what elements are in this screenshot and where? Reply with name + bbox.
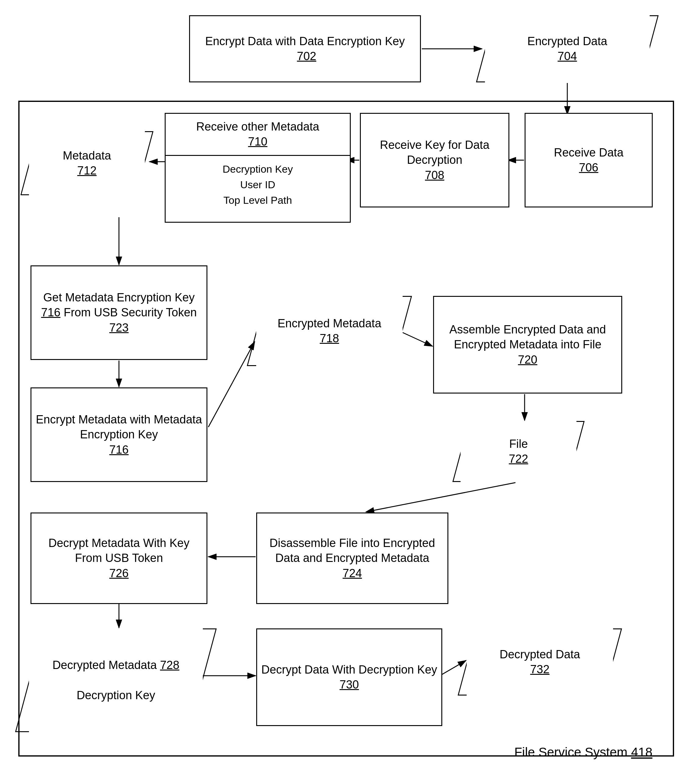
receive-key-label: Receive Key for Data Decryption708: [364, 138, 505, 183]
get-metadata-key-label: Get Metadata Encryption Key 716 From USB…: [35, 290, 204, 335]
decryption-key-info: Decryption KeyUser IDTop Level Path: [166, 156, 350, 214]
diagram: Encrypt Data with Data Encryption Key 70…: [0, 0, 689, 784]
receive-metadata-combined-box: Receive other Metadata710 Decryption Key…: [165, 113, 351, 223]
decrypted-metadata-label: Decrypted Metadata 728Decryption Key: [53, 658, 179, 703]
encrypted-data-box: Encrypted Data704: [485, 15, 650, 82]
encrypted-metadata-label: Encrypted Metadata718: [278, 316, 381, 346]
disassemble-label: Disassemble File into Encrypted Data and…: [260, 536, 444, 581]
decrypt-metadata-label: Decrypt Metadata With Key From USB Token…: [35, 536, 204, 581]
file-box: File722: [460, 421, 576, 482]
decrypt-data-box: Decrypt Data With Decryption Key730: [256, 628, 442, 726]
metadata-label: Metadata712: [63, 148, 111, 178]
decrypt-data-label: Decrypt Data With Decryption Key730: [261, 662, 437, 692]
file-label: File722: [509, 436, 528, 467]
encrypt-metadata-box: Encrypt Metadata with Metadata Encryptio…: [31, 387, 207, 482]
decrypt-metadata-box: Decrypt Metadata With Key From USB Token…: [31, 512, 207, 604]
encrypt-metadata-label: Encrypt Metadata with Metadata Encryptio…: [35, 412, 204, 457]
system-label: File Service System 418: [514, 745, 653, 759]
assemble-label: Assemble Encrypted Data and Encrypted Me…: [437, 322, 618, 367]
metadata-box: Metadata712: [29, 131, 145, 195]
encrypt-data-label: Encrypt Data with Data Encryption Key 70…: [193, 34, 417, 64]
receive-metadata-label: Receive other Metadata710: [166, 114, 350, 156]
decrypted-metadata-box: Decrypted Metadata 728Decryption Key: [29, 628, 203, 732]
encrypted-data-label: Encrypted Data704: [527, 34, 607, 64]
receive-data-box: Receive Data706: [525, 113, 653, 208]
encrypted-metadata-box: Encrypted Metadata718: [256, 296, 403, 366]
assemble-box: Assemble Encrypted Data and Encrypted Me…: [433, 296, 622, 394]
decrypted-data-box: Decrypted Data732: [467, 628, 613, 695]
encrypt-data-box: Encrypt Data with Data Encryption Key 70…: [189, 15, 421, 82]
receive-key-decryption-box: Receive Key for Data Decryption708: [360, 113, 509, 208]
get-metadata-key-box: Get Metadata Encryption Key 716 From USB…: [31, 265, 207, 360]
receive-data-label: Receive Data706: [554, 145, 623, 175]
disassemble-box: Disassemble File into Encrypted Data and…: [256, 512, 448, 604]
decrypted-data-label: Decrypted Data732: [500, 647, 580, 677]
